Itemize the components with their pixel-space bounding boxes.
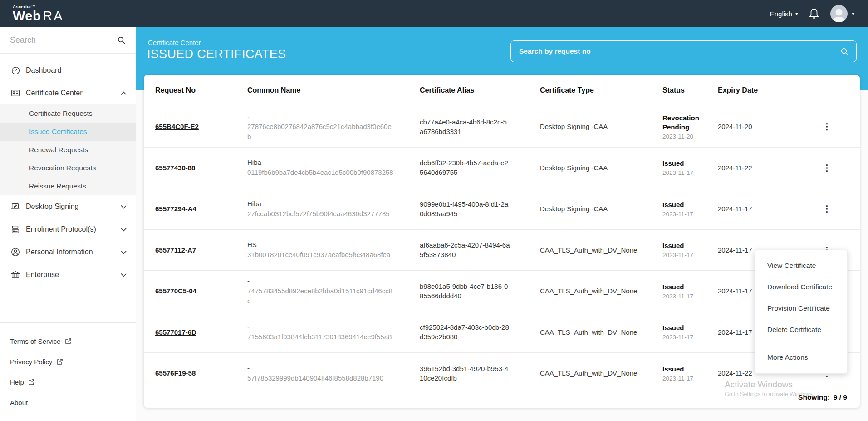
submenu-label: Reissue Requests — [29, 182, 86, 190]
certificate-type: CAA_TLS_Auth_with_DV_None — [540, 286, 641, 296]
table-footer: Showing: 9 / 9 — [144, 386, 860, 408]
context-menu-item-more-actions[interactable]: More Actions — [755, 346, 847, 369]
search-icon[interactable] — [840, 47, 849, 56]
enrolment-protocol-icon — [10, 224, 21, 235]
status-date: 2023-11-17 — [662, 375, 709, 382]
certificate-type: Desktop Signing -CAA — [540, 163, 641, 173]
common-name-hash: 57f785329999db140904ff46f8558d828b7190 — [247, 373, 393, 383]
table-row: 65577294-A4 Hiba 27fccab0312bcf572f75b90… — [144, 188, 860, 230]
desktop-signing-icon — [10, 201, 21, 212]
main-content: Certificate Center ISSUED CERTIFICATES R… — [136, 27, 868, 421]
common-name: - — [247, 322, 411, 332]
sidebar-item-enrolment-protocols[interactable]: Enrolment Protocol(s) — [0, 218, 136, 241]
request-search-input[interactable] — [519, 47, 840, 55]
request-no-link[interactable]: 655770C5-04 — [155, 287, 196, 295]
context-menu-item[interactable]: View Certificate — [755, 255, 847, 276]
request-no-link[interactable]: 65577430-88 — [155, 164, 195, 172]
chevron-up-icon — [121, 91, 127, 95]
status-badge: Issued — [662, 365, 709, 374]
privacy-policy-link[interactable]: Privacy Policy — [0, 352, 136, 372]
common-name: Hiba — [247, 199, 411, 209]
request-no-link[interactable]: 655B4C0F-E2 — [155, 123, 199, 130]
expiry-date: 2024-11-17 — [718, 205, 796, 213]
language-label: English — [770, 10, 792, 18]
terms-of-service-link[interactable]: Terms of Service — [0, 331, 136, 352]
common-name-hash: 27fccab0312bcf572f75b90f4caa4630d3277785 — [247, 209, 393, 219]
brand-ra: RA — [43, 9, 64, 23]
top-bar: Ascertia™ WebRA English ▾ ▾ — [0, 0, 868, 27]
column-header-certificate-alias: Certificate Alias — [420, 86, 531, 94]
brand-web: Web — [13, 9, 41, 23]
user-menu[interactable]: ▾ — [830, 5, 854, 22]
sidebar-footer: Terms of Service Privacy Policy Help Abo… — [0, 322, 136, 413]
sidebar-item-certificate-center[interactable]: Certificate Center — [0, 82, 136, 104]
submenu-label: Renewal Requests — [29, 146, 88, 154]
sidebar-item-label: Personal Information — [26, 248, 121, 256]
context-menu-item[interactable]: Delete Certificate — [755, 319, 847, 340]
page-title: ISSUED CERTIFICATES — [147, 47, 286, 61]
request-no-link[interactable]: 65577112-A7 — [155, 246, 196, 254]
certificate-type: Desktop Signing -CAA — [540, 122, 641, 131]
context-menu-item[interactable]: Provision Certificate — [755, 297, 847, 319]
common-name: - — [247, 363, 411, 373]
status-date: 2023-11-17 — [662, 334, 709, 341]
common-name: HS — [247, 240, 411, 250]
sidebar-item-label: Enterprise — [26, 271, 121, 279]
table-row: 65576F19-58 - 57f785329999db140904ff46f8… — [144, 353, 860, 386]
status-badge: Issued — [662, 200, 709, 209]
brand-ascertia: Ascertia™ — [13, 5, 64, 9]
search-icon[interactable] — [117, 36, 126, 45]
row-actions-kebab-icon[interactable]: ⋮ — [819, 120, 835, 133]
row-actions-context-menu: View Certificate Download Certificate Pr… — [755, 250, 848, 374]
request-no-link[interactable]: 65576F19-58 — [155, 369, 196, 377]
sidebar-search-input[interactable] — [10, 35, 117, 45]
external-link-icon — [28, 379, 35, 386]
status-date: 2023-11-17 — [662, 169, 709, 176]
sidebar-item-revocation-requests[interactable]: Revocation Requests — [0, 159, 136, 177]
certificate-alias: cf925024-8da7-403c-b0cb-28d359e2b080 — [420, 322, 510, 342]
sidebar-item-reissue-requests[interactable]: Reissue Requests — [0, 177, 136, 195]
help-link[interactable]: Help — [0, 372, 136, 392]
request-no-link[interactable]: 65577017-6D — [155, 328, 196, 336]
table-row: 655770C5-04 - 7475783455d892ece8b2bba0d1… — [144, 271, 860, 312]
request-no-link[interactable]: 65577294-A4 — [155, 205, 196, 213]
status-date: 2023-11-17 — [662, 211, 709, 218]
context-menu-item[interactable]: Download Certificate — [755, 276, 847, 297]
dashboard-icon — [10, 65, 21, 76]
certificate-alias: deb6ff32-230b-4b57-aeda-e25640d69755 — [420, 158, 510, 177]
language-selector[interactable]: English ▾ — [770, 10, 798, 18]
certificate-alias: 396152bd-3d51-4920-b953-410ce20fcdfb — [420, 364, 510, 383]
status-date: 2023-11-17 — [662, 252, 709, 258]
sidebar-item-certificate-requests[interactable]: Certificate Requests — [0, 104, 136, 123]
row-actions-kebab-icon[interactable]: ⋮ — [819, 203, 835, 215]
sidebar-item-personal-information[interactable]: Personal Information — [0, 241, 136, 263]
chevron-down-icon — [121, 228, 127, 232]
row-actions-kebab-icon[interactable]: ⋮ — [819, 162, 835, 174]
common-name-hash: 31b0018201ce40f091c937aeafbd5f6348a68fea — [247, 250, 393, 260]
breadcrumb: Certificate Center — [148, 39, 201, 46]
external-link-icon — [56, 358, 63, 365]
sidebar-item-renewal-requests[interactable]: Renewal Requests — [0, 141, 136, 159]
table-row: 65577017-6D - 7155603a1f93844fcb31173018… — [144, 312, 860, 353]
status-badge: Issued — [662, 241, 709, 250]
certificate-alias: af6aaba6-2c5a-4207-8494-6a5f53873840 — [420, 240, 510, 259]
sidebar: Dashboard Certificate Center Certificate… — [0, 27, 136, 421]
common-name-hash: 7475783455d892ece8b2bba0d1511c91cd46cc8c — [247, 286, 393, 306]
chevron-down-icon — [121, 250, 127, 254]
notifications-bell-icon[interactable] — [809, 8, 819, 20]
certificate-type: CAA_TLS_Auth_with_DV_None — [540, 368, 641, 378]
menu-divider — [763, 343, 839, 343]
sidebar-item-desktop-signing[interactable]: Desktop Signing — [0, 195, 136, 218]
sidebar-item-issued-certificates[interactable]: Issued Certificates — [0, 123, 136, 141]
chevron-down-icon — [121, 273, 127, 277]
sidebar-item-label: Desktop Signing — [26, 203, 121, 211]
footer-link-label: Terms of Service — [10, 337, 61, 345]
table-body: 655B4C0F-E2 - 27876ce8b0276842a876c5c21c… — [144, 106, 860, 386]
submenu-label: Issued Certificates — [29, 128, 87, 136]
table-header-row: Request No Common Name Certificate Alias… — [144, 75, 860, 106]
about-link[interactable]: About — [0, 392, 136, 413]
showing-count: 9 / 9 — [834, 393, 847, 401]
sidebar-item-dashboard[interactable]: Dashboard — [0, 59, 136, 82]
showing-label: Showing: — [798, 393, 830, 401]
sidebar-item-enterprise[interactable]: Enterprise — [0, 263, 136, 286]
